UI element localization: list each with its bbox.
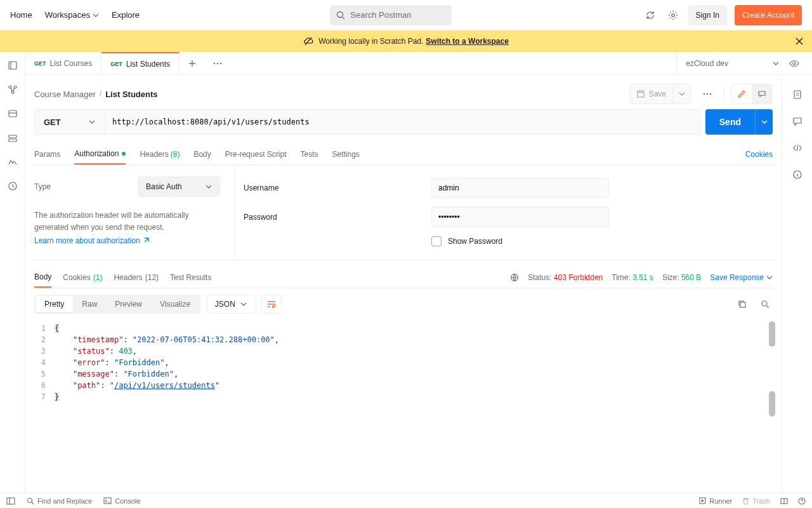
- runner-button[interactable]: Runner: [699, 497, 732, 505]
- svg-point-12: [220, 62, 221, 64]
- nav-home[interactable]: Home: [10, 10, 32, 20]
- password-input[interactable]: [431, 207, 609, 227]
- comment-icon: [757, 90, 766, 98]
- comments-icon[interactable]: [792, 116, 803, 127]
- view-raw[interactable]: Raw: [73, 296, 106, 312]
- line-content: "error": "Forbidden",: [55, 357, 169, 368]
- resp-tab-body[interactable]: Body: [34, 267, 51, 288]
- history-icon[interactable]: [7, 180, 18, 192]
- breadcrumb-root[interactable]: Course Manager: [34, 90, 96, 99]
- tab-params[interactable]: Params: [34, 144, 60, 164]
- console-button[interactable]: Console: [103, 497, 140, 505]
- collections-icon[interactable]: [7, 60, 18, 71]
- svg-point-16: [704, 93, 705, 95]
- console-icon: [103, 497, 112, 504]
- play-icon: [699, 497, 706, 504]
- environment-selector[interactable]: ezCloud dev: [676, 52, 779, 74]
- view-pretty[interactable]: Pretty: [36, 296, 73, 312]
- panel-icon: [6, 497, 15, 505]
- auth-type-selector[interactable]: Basic Auth: [138, 177, 220, 197]
- copy-response-button[interactable]: [735, 297, 750, 312]
- line-content: {: [55, 323, 59, 334]
- show-password-label: Show Password: [448, 237, 502, 246]
- svg-point-17: [707, 93, 708, 95]
- tab-settings[interactable]: Settings: [332, 144, 360, 164]
- nav-workspaces[interactable]: Workspaces: [45, 10, 99, 20]
- view-visualize[interactable]: Visualize: [151, 296, 199, 312]
- search-input[interactable]: Search Postman: [330, 5, 452, 25]
- resp-tab-headers[interactable]: Headers (12): [114, 267, 159, 288]
- trash-button[interactable]: Trash: [742, 497, 770, 505]
- svg-point-3: [9, 86, 11, 88]
- url-input[interactable]: [105, 110, 700, 134]
- plus-icon: [188, 60, 196, 67]
- line-number: 2: [36, 334, 55, 345]
- svg-point-1: [671, 13, 674, 16]
- edit-mode-button[interactable]: [731, 84, 752, 104]
- environment-quicklook-button[interactable]: [787, 56, 802, 71]
- tab-method-label: GET: [34, 60, 46, 67]
- apis-icon[interactable]: [7, 84, 18, 95]
- sidebar-toggle[interactable]: [6, 497, 15, 505]
- svg-point-21: [762, 301, 767, 306]
- request-more-button[interactable]: [697, 84, 717, 104]
- resp-tab-cookies[interactable]: Cookies (1): [63, 267, 102, 288]
- cookies-link[interactable]: Cookies: [745, 150, 773, 159]
- save-dropdown[interactable]: [672, 84, 690, 104]
- request-tab-list-courses[interactable]: GET List Courses: [25, 52, 102, 74]
- tab-body[interactable]: Body: [193, 144, 211, 164]
- response-body[interactable]: 1{2 "timestamp": "2022-07-06T05:41:32.28…: [32, 320, 775, 493]
- svg-rect-24: [104, 498, 111, 504]
- environments-icon[interactable]: [7, 108, 18, 119]
- resp-headers-count: (12): [145, 273, 159, 282]
- switch-workspace-link[interactable]: Switch to a Workspace: [426, 37, 508, 46]
- chevron-down-icon: [679, 91, 685, 97]
- create-account-button[interactable]: Create Account: [735, 5, 802, 25]
- send-dropdown[interactable]: [755, 109, 773, 135]
- username-input[interactable]: [431, 178, 609, 198]
- search-response-button[interactable]: [757, 297, 773, 312]
- comment-mode-button[interactable]: [752, 84, 772, 104]
- code-snippet-icon[interactable]: [792, 142, 803, 154]
- help-button[interactable]: [798, 497, 806, 505]
- globe-icon[interactable]: [510, 273, 519, 282]
- sync-icon[interactable]: [643, 8, 658, 23]
- code-line: 4 "error": "Forbidden",: [36, 357, 775, 368]
- svg-point-4: [14, 86, 16, 88]
- new-tab-button[interactable]: [180, 52, 205, 74]
- scrollbar-thumb[interactable]: [769, 321, 775, 347]
- nav-explore[interactable]: Explore: [112, 10, 140, 20]
- send-button[interactable]: Send: [705, 109, 755, 135]
- code-line: 2 "timestamp": "2022-07-06T05:41:32.288+…: [36, 334, 775, 345]
- time-container: Time: 3.51 s: [612, 273, 653, 282]
- svg-rect-14: [794, 91, 801, 98]
- find-replace-button[interactable]: Find and Replace: [27, 497, 92, 505]
- show-password-checkbox[interactable]: [431, 236, 442, 246]
- monitors-icon[interactable]: [7, 156, 18, 168]
- method-selector[interactable]: GET: [35, 110, 105, 134]
- request-tab-list-students[interactable]: GET List Students: [102, 52, 180, 74]
- signin-button[interactable]: Sign In: [688, 5, 727, 25]
- wrap-lines-button[interactable]: [261, 295, 282, 314]
- view-preview[interactable]: Preview: [106, 296, 151, 312]
- mock-servers-icon[interactable]: [7, 132, 18, 144]
- more-horizontal-icon: [213, 62, 222, 65]
- save-response-button[interactable]: Save Response: [710, 273, 773, 282]
- layout-button[interactable]: [780, 498, 788, 504]
- save-button[interactable]: Save: [630, 84, 672, 104]
- scrollbar-thumb[interactable]: [769, 391, 775, 417]
- resp-tab-tests[interactable]: Test Results: [170, 267, 211, 288]
- tab-headers[interactable]: Headers (8): [140, 144, 180, 164]
- tab-authorization[interactable]: Authorization: [74, 144, 126, 164]
- svg-point-11: [217, 62, 218, 64]
- info-icon[interactable]: [792, 169, 803, 180]
- settings-icon[interactable]: [665, 8, 681, 23]
- banner-close-button[interactable]: [796, 37, 803, 45]
- auth-learn-more-link[interactable]: Learn more about authorization: [34, 236, 149, 245]
- line-content: }: [55, 391, 59, 403]
- tabs-more-button[interactable]: [205, 52, 230, 74]
- tab-tests[interactable]: Tests: [300, 144, 318, 164]
- documentation-icon[interactable]: [792, 89, 803, 100]
- format-selector[interactable]: JSON: [207, 295, 255, 314]
- tab-prerequest[interactable]: Pre-request Script: [225, 144, 287, 164]
